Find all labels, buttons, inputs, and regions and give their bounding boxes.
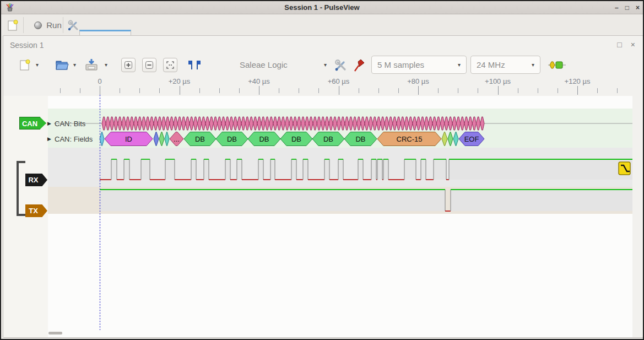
pulseview-window: Session 1 - PulseView – □ × Run [0,0,644,340]
trace-pulse-rx [324,160,329,180]
bracket-bottom-arm [17,214,25,216]
trace-pulse-rx [270,160,275,180]
trace-pulse-rx [258,160,263,180]
trace-pulse-tx [100,190,445,211]
can-field-label: ... [174,135,180,143]
can-field-label: DB [323,135,333,143]
trace-pulse-rx [191,160,196,180]
trace-pulse-rx [377,160,382,180]
bracket-top-arm [17,161,25,163]
bits-row-expander-icon[interactable]: ▶ [47,121,51,126]
trace-pulse-rx [434,160,446,180]
trace-pulse-rx [449,160,632,180]
can-field-label: DB [227,135,237,143]
trace-pulse-rx [371,160,376,180]
can-field-label: DB [195,135,205,143]
fields-row-expander-icon[interactable]: ▶ [47,136,51,142]
trace-pulse-rx [165,160,175,180]
trace-pulse-rx [303,160,308,180]
trigger-marker-falling-edge[interactable] [619,162,630,175]
trace-pulse-rx [124,160,129,180]
bottom-strip [1,338,643,340]
channel-group-bracket [17,161,19,216]
trace-pulse-rx [111,160,117,180]
trace-pulse-rx [237,160,242,180]
trace-pulse-rx [421,160,426,180]
decoder-row-bits-label: CAN: Bits [55,120,85,128]
decoder-row-fields-label: CAN: Fields [55,135,93,143]
trace-pulse-rx [204,160,209,180]
trace-pulse-rx [338,160,343,180]
trace-pulse-rx [291,160,296,180]
trace-pulse-rx [404,160,416,180]
can-field-label: CRC-15 [397,135,423,143]
can-field-label: DB [291,135,301,143]
trace-view[interactable]: ID...DBDBDBDBDBDBCRC-15EOF [1,1,644,340]
can-field-label: EOF [464,135,479,143]
trace-pulse-rx [141,160,150,180]
can-field-label: DB [259,135,269,143]
trace-pulse-rx [383,160,388,180]
trace-pulse-rx [358,160,363,180]
can-field-label: ID [125,135,132,143]
horizontal-scrollbar-handle[interactable] [48,332,62,334]
can-field-label: DB [355,135,365,143]
trace-pulse-tx [451,190,632,211]
trace-pulse-rx [225,160,230,180]
